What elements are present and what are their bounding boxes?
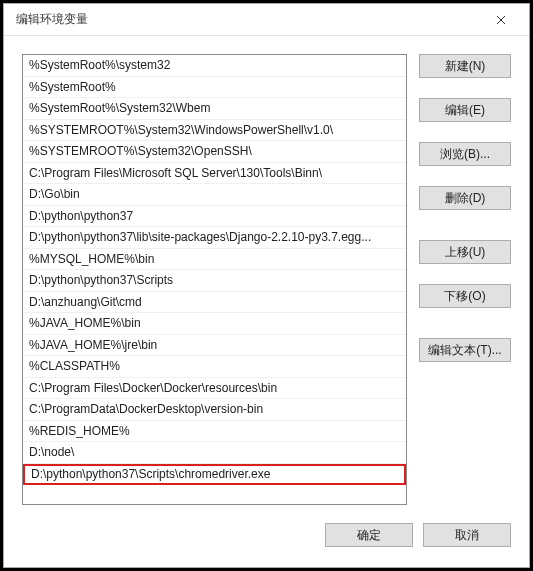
list-item[interactable]: D:\anzhuang\Git\cmd [23, 292, 406, 314]
cancel-button[interactable]: 取消 [423, 523, 511, 547]
close-icon [496, 15, 506, 25]
list-item[interactable]: D:\Go\bin [23, 184, 406, 206]
dialog-body: %SystemRoot%\system32%SystemRoot%%System… [4, 36, 529, 513]
list-item[interactable]: D:\python\python37\Scripts\chromedriver.… [23, 464, 406, 486]
list-item[interactable]: C:\ProgramData\DockerDesktop\version-bin [23, 399, 406, 421]
list-item[interactable]: %SYSTEMROOT%\System32\OpenSSH\ [23, 141, 406, 163]
titlebar: 编辑环境变量 [4, 4, 529, 36]
new-button[interactable]: 新建(N) [419, 54, 511, 78]
list-item[interactable]: %JAVA_HOME%\bin [23, 313, 406, 335]
ok-button[interactable]: 确定 [325, 523, 413, 547]
dialog-footer: 确定 取消 [4, 513, 529, 567]
list-item[interactable]: %JAVA_HOME%\jre\bin [23, 335, 406, 357]
edit-button[interactable]: 编辑(E) [419, 98, 511, 122]
delete-button[interactable]: 删除(D) [419, 186, 511, 210]
browse-button[interactable]: 浏览(B)... [419, 142, 511, 166]
list-item[interactable]: %MYSQL_HOME%\bin [23, 249, 406, 271]
move-down-button[interactable]: 下移(O) [419, 284, 511, 308]
list-item[interactable]: %REDIS_HOME% [23, 421, 406, 443]
list-item[interactable]: D:\node\ [23, 442, 406, 464]
close-button[interactable] [481, 6, 521, 34]
list-item[interactable]: %SYSTEMROOT%\System32\WindowsPowerShell\… [23, 120, 406, 142]
window-title: 编辑环境变量 [16, 11, 88, 28]
list-item[interactable]: %SystemRoot%\System32\Wbem [23, 98, 406, 120]
list-item[interactable]: C:\Program Files\Microsoft SQL Server\13… [23, 163, 406, 185]
side-buttons: 新建(N) 编辑(E) 浏览(B)... 删除(D) 上移(U) 下移(O) 编… [419, 54, 511, 505]
path-listbox[interactable]: %SystemRoot%\system32%SystemRoot%%System… [22, 54, 407, 505]
list-item[interactable]: D:\python\python37 [23, 206, 406, 228]
move-up-button[interactable]: 上移(U) [419, 240, 511, 264]
list-item[interactable]: %SystemRoot%\system32 [23, 55, 406, 77]
list-item[interactable]: %CLASSPATH% [23, 356, 406, 378]
list-item[interactable]: D:\python\python37\lib\site-packages\Dja… [23, 227, 406, 249]
list-item[interactable]: D:\python\python37\Scripts [23, 270, 406, 292]
list-item[interactable]: C:\Program Files\Docker\Docker\resources… [23, 378, 406, 400]
edit-text-button[interactable]: 编辑文本(T)... [419, 338, 511, 362]
list-item[interactable]: %SystemRoot% [23, 77, 406, 99]
dialog-window: 编辑环境变量 %SystemRoot%\system32%SystemRoot%… [4, 4, 529, 567]
